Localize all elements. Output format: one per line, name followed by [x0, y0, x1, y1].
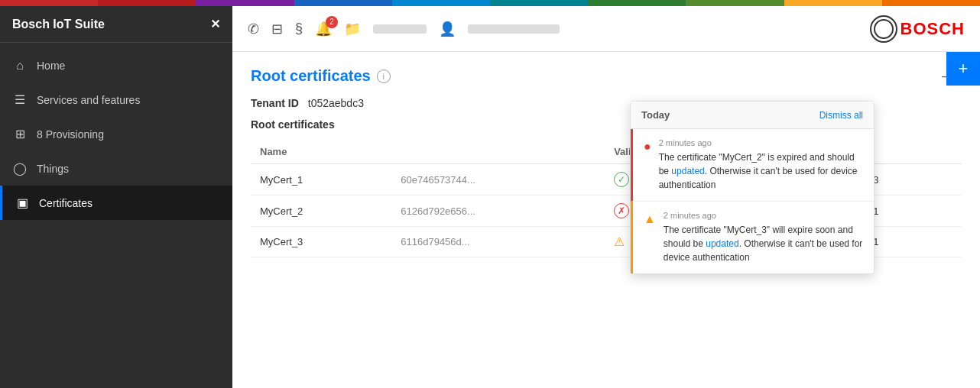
notif-link-1[interactable]: updated — [706, 238, 738, 249]
color-bar-3 — [196, 0, 294, 6]
sidebar-item-provisioning-label: 8 Provisioning — [37, 128, 104, 141]
cert-fingerprint: 6116d79456d... — [391, 227, 605, 257]
tenant-id-value: t052aebdc3 — [308, 97, 364, 109]
header-bar: ✆ ⊟ § 🔔 2 📁 👤 — [232, 6, 980, 52]
sidebar-nav: ⌂ Home ☰ Services and features ⊞ 8 Provi… — [0, 43, 232, 226]
things-icon: ◯ — [12, 161, 28, 176]
svg-point-0 — [875, 20, 893, 38]
header-icons: ✆ ⊟ § 🔔 2 📁 👤 — [248, 21, 560, 37]
bosch-circle-icon — [870, 15, 897, 43]
sidebar: Bosch IoT Suite ✕ ⌂ Home ☰ Services and … — [0, 6, 232, 388]
book-icon[interactable]: ⊟ — [271, 21, 283, 37]
color-bar-10 — [882, 0, 980, 6]
provisioning-icon: ⊞ — [12, 127, 28, 141]
certificates-icon: ▣ — [15, 196, 30, 210]
col-fingerprint — [391, 140, 605, 164]
notif-text-1: The certificate "MyCert_3" will expire s… — [664, 223, 863, 264]
sidebar-item-services-label: Services and features — [37, 94, 140, 106]
notif-time-1: 2 minutes ago — [664, 211, 863, 220]
user-blurred-2 — [468, 24, 560, 34]
add-icon: + — [959, 59, 969, 79]
color-bar-5 — [392, 0, 490, 6]
sidebar-item-services[interactable]: ☰ Services and features — [0, 82, 232, 117]
page-content: Root certificates i — Tenant ID t052aebd… — [232, 52, 980, 388]
notification-item-1: ▲ 2 minutes ago The certificate "MyCert_… — [631, 202, 874, 273]
notif-today-label: Today — [641, 109, 670, 121]
person-icon[interactable]: 👤 — [439, 21, 456, 37]
sidebar-item-certificates[interactable]: ▣ Certificates — [0, 186, 232, 220]
notification-badge: 2 — [326, 16, 338, 28]
color-bar-2 — [98, 0, 196, 6]
phone-icon[interactable]: ✆ — [248, 21, 259, 37]
page-title-row: Root certificates i — — [251, 67, 962, 85]
page-title: Root certificates — [251, 67, 371, 85]
app-title: Bosch IoT Suite — [12, 18, 105, 31]
notif-text-0: The certificate "MyCert_2" is expired an… — [659, 150, 863, 192]
notification-panel: Today Dismiss all ● 2 minutes ago The ce… — [630, 101, 875, 274]
section-icon[interactable]: § — [295, 21, 303, 37]
warning-icon: ▲ — [644, 212, 656, 264]
cert-name: MyCert_2 — [251, 196, 391, 227]
color-bar-8 — [686, 0, 784, 6]
sidebar-item-things-label: Things — [37, 163, 69, 175]
sidebar-item-provisioning[interactable]: ⊞ 8 Provisioning — [0, 117, 232, 151]
cert-name: MyCert_1 — [251, 164, 391, 196]
cert-name: MyCert_3 — [251, 227, 391, 257]
notif-time-0: 2 minutes ago — [659, 138, 863, 147]
notif-panel-header: Today Dismiss all — [631, 102, 874, 129]
error-icon: ● — [644, 140, 651, 192]
sidebar-item-things[interactable]: ◯ Things — [0, 151, 232, 186]
bosch-logo: BOSCH — [870, 15, 965, 43]
cert-fingerprint: 60e746573744... — [391, 164, 605, 196]
sidebar-header: Bosch IoT Suite ✕ — [0, 6, 232, 43]
add-certificate-button[interactable]: + — [946, 52, 980, 86]
notif-body-1: 2 minutes ago The certificate "MyCert_3"… — [664, 211, 863, 264]
tenant-id-label: Tenant ID — [251, 97, 299, 109]
notification-item-0: ● 2 minutes ago The certificate "MyCert_… — [631, 129, 874, 202]
col-name: Name — [251, 140, 391, 164]
services-icon: ☰ — [12, 92, 28, 107]
notif-body-0: 2 minutes ago The certificate "MyCert_2"… — [659, 138, 863, 192]
info-icon[interactable]: i — [377, 70, 391, 83]
sidebar-close-icon[interactable]: ✕ — [210, 17, 220, 31]
color-bar-4 — [294, 0, 392, 6]
bosch-text: BOSCH — [900, 19, 965, 39]
color-bar-1 — [0, 0, 98, 6]
color-bar-9 — [784, 0, 882, 6]
folder-icon[interactable]: 📁 — [344, 21, 361, 37]
dismiss-all-button[interactable]: Dismiss all — [819, 110, 863, 121]
cert-fingerprint: 6126d792e656... — [391, 196, 605, 227]
user-blurred-1 — [373, 24, 427, 34]
notification-icon[interactable]: 🔔 2 — [315, 21, 332, 37]
home-icon: ⌂ — [12, 59, 28, 73]
notif-link-0[interactable]: updated — [671, 166, 704, 176]
sidebar-item-certificates-label: Certificates — [39, 197, 92, 209]
sidebar-item-home[interactable]: ⌂ Home — [0, 49, 232, 82]
color-bar — [0, 0, 980, 6]
color-bar-7 — [588, 0, 686, 6]
color-bar-6 — [490, 0, 588, 6]
content-area: ✆ ⊟ § 🔔 2 📁 👤 — [232, 6, 980, 388]
sidebar-item-home-label: Home — [37, 60, 65, 72]
